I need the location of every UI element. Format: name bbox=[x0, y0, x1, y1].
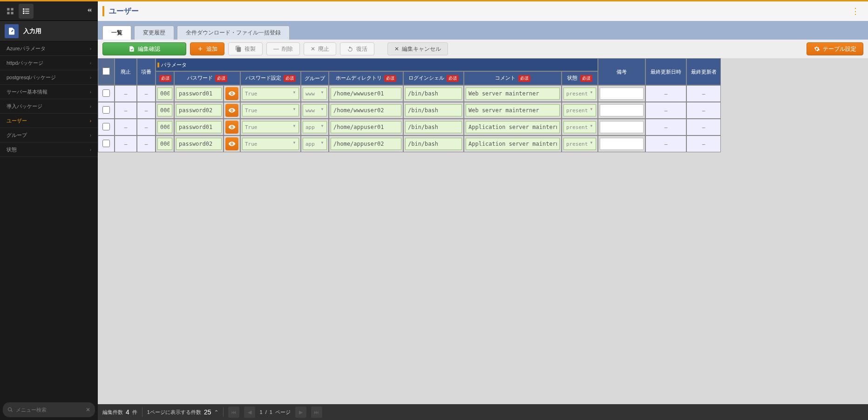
tab[interactable]: 変更履歴 bbox=[134, 26, 174, 40]
sidebar-item[interactable]: ユーザー› bbox=[0, 114, 98, 128]
add-button[interactable]: 追加 bbox=[190, 42, 224, 55]
sidebar-item[interactable]: postgresqlパッケージ› bbox=[0, 70, 98, 85]
sidebar-item[interactable]: サーバー基本情報› bbox=[0, 85, 98, 99]
sidebar-search[interactable]: ✕ bbox=[3, 402, 95, 417]
reveal-password-icon[interactable] bbox=[225, 104, 238, 117]
sidebar-item-label: サーバー基本情報 bbox=[7, 88, 47, 95]
svg-rect-9 bbox=[25, 13, 29, 14]
group-select[interactable] bbox=[303, 138, 327, 150]
page-prev-button[interactable]: ◀ bbox=[244, 406, 255, 418]
edit-count-label: 編集件数 bbox=[102, 409, 123, 416]
num-input[interactable] bbox=[157, 88, 172, 100]
shell-input[interactable] bbox=[405, 88, 462, 100]
sidebar-item[interactable]: グループ› bbox=[0, 128, 98, 142]
row-checkbox[interactable] bbox=[98, 85, 115, 102]
sidebar-item[interactable]: 状態› bbox=[0, 142, 98, 157]
page-next-button[interactable]: ▶ bbox=[295, 406, 306, 418]
footer: 編集件数 4 件 1ページに表示する件数 25 ⌃ ⏮ ◀ 1 / 1 ページ … bbox=[98, 404, 868, 420]
col-pw-setting: パスワード設定 必須 bbox=[240, 71, 301, 85]
row-checkbox[interactable] bbox=[98, 119, 115, 135]
num-input[interactable] bbox=[157, 104, 172, 116]
pw-setting-select[interactable] bbox=[242, 138, 299, 150]
state-select[interactable] bbox=[563, 104, 596, 116]
reveal-password-icon[interactable] bbox=[225, 121, 238, 134]
reveal-password-icon[interactable] bbox=[225, 87, 238, 100]
pw-setting-select[interactable] bbox=[242, 104, 299, 116]
state-select[interactable] bbox=[563, 138, 596, 150]
home-input[interactable] bbox=[331, 121, 401, 133]
header-menu-icon[interactable]: ⋮ bbox=[848, 6, 863, 16]
row-num-dash: — bbox=[137, 85, 156, 102]
view-grid-icon[interactable] bbox=[3, 4, 18, 19]
col-home: ホームディレクトリ 必須 bbox=[329, 71, 403, 85]
group-select[interactable] bbox=[303, 121, 327, 133]
table-settings-button[interactable]: テーブル設定 bbox=[807, 42, 863, 55]
state-select[interactable] bbox=[563, 121, 596, 133]
chevron-up-icon[interactable]: ⌃ bbox=[214, 409, 218, 415]
table-wrapper[interactable]: 廃止 項番 ▍パラメータ 備考 最終更新日時 最終更新者 必須 パスワード 必須… bbox=[98, 58, 868, 404]
table-row: ———— bbox=[98, 119, 721, 135]
group-select[interactable] bbox=[303, 88, 327, 100]
svg-rect-6 bbox=[23, 10, 24, 12]
home-input[interactable] bbox=[331, 138, 401, 150]
svg-rect-2 bbox=[7, 12, 9, 14]
remarks-input[interactable] bbox=[600, 88, 644, 100]
pw-setting-select[interactable] bbox=[242, 88, 299, 100]
abolish-button[interactable]: ✕ 廃止 bbox=[304, 42, 336, 55]
sidebar-item[interactable]: Azureパラメータ› bbox=[0, 41, 98, 56]
page-last-button[interactable]: ⏭ bbox=[311, 406, 322, 418]
col-group-params: ▍パラメータ bbox=[156, 58, 598, 71]
row-abolish: — bbox=[115, 119, 137, 135]
col-comment: コメント 必須 bbox=[464, 71, 562, 85]
row-num-dash: — bbox=[137, 102, 156, 119]
password-input[interactable] bbox=[176, 121, 222, 133]
sidebar-item[interactable]: httpdパッケージ› bbox=[0, 56, 98, 70]
state-select[interactable] bbox=[563, 88, 596, 100]
sidebar-collapse-icon[interactable] bbox=[82, 4, 95, 18]
shell-input[interactable] bbox=[405, 138, 462, 150]
sidebar-item[interactable]: 導入パッケージ› bbox=[0, 99, 98, 114]
row-checkbox[interactable] bbox=[98, 135, 115, 152]
remarks-input[interactable] bbox=[600, 121, 644, 133]
group-select[interactable] bbox=[303, 104, 327, 116]
comment-input[interactable] bbox=[466, 104, 560, 116]
pw-setting-select[interactable] bbox=[242, 121, 299, 133]
page-first-button[interactable]: ⏮ bbox=[228, 406, 239, 418]
search-input[interactable] bbox=[16, 407, 86, 413]
svg-rect-5 bbox=[25, 8, 29, 9]
comment-input[interactable] bbox=[466, 88, 560, 100]
tab[interactable]: 一覧 bbox=[102, 26, 131, 40]
tab[interactable]: 全件ダウンロード・ファイル一括登録 bbox=[177, 26, 290, 40]
clear-search-icon[interactable]: ✕ bbox=[86, 406, 90, 413]
updater-cell: — bbox=[686, 102, 721, 119]
password-input[interactable] bbox=[176, 104, 222, 116]
per-page-value[interactable]: 25 bbox=[204, 408, 211, 416]
home-input[interactable] bbox=[331, 104, 401, 116]
comment-input[interactable] bbox=[466, 121, 560, 133]
col-required: 必須 bbox=[156, 71, 174, 85]
restore-button[interactable]: 復活 bbox=[340, 42, 374, 55]
copy-button[interactable]: 複製 bbox=[228, 42, 263, 55]
chevron-right-icon: › bbox=[90, 75, 91, 80]
home-input[interactable] bbox=[331, 88, 401, 100]
password-input[interactable] bbox=[176, 88, 222, 100]
reveal-password-icon[interactable] bbox=[225, 137, 238, 150]
shell-input[interactable] bbox=[405, 104, 462, 116]
header-checkbox[interactable] bbox=[98, 58, 115, 85]
shell-input[interactable] bbox=[405, 121, 462, 133]
remarks-input[interactable] bbox=[600, 104, 644, 116]
chevron-right-icon: › bbox=[90, 118, 91, 123]
col-abolish: 廃止 bbox=[115, 58, 137, 85]
num-input[interactable] bbox=[157, 121, 172, 133]
col-group: グループ bbox=[301, 71, 329, 85]
comment-input[interactable] bbox=[466, 138, 560, 150]
confirm-edit-button[interactable]: 編集確認 bbox=[102, 42, 186, 55]
password-input[interactable] bbox=[176, 138, 222, 150]
remarks-input[interactable] bbox=[600, 138, 644, 150]
view-list-icon[interactable] bbox=[19, 4, 34, 19]
page-title: ユーザー bbox=[109, 7, 139, 16]
cancel-edit-button[interactable]: ✕ 編集キャンセル bbox=[387, 42, 448, 55]
row-checkbox[interactable] bbox=[98, 102, 115, 119]
num-input[interactable] bbox=[157, 138, 172, 150]
delete-button[interactable]: — 削除 bbox=[266, 42, 300, 55]
